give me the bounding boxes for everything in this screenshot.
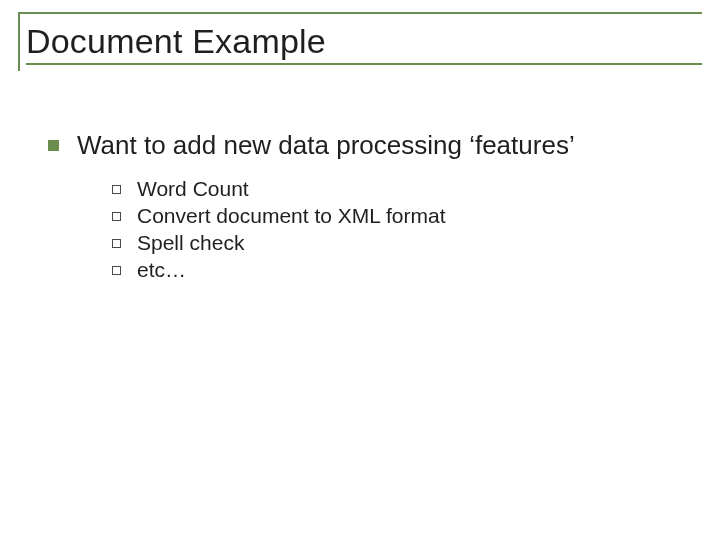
outline-square-bullet-icon (112, 185, 121, 194)
title-frame: Document Example (18, 12, 702, 71)
bullet-level2-text: Spell check (137, 231, 244, 255)
bullet-level1-text: Want to add new data processing ‘feature… (77, 130, 575, 161)
sub-bullet-list: Word Count Convert document to XML forma… (48, 177, 682, 282)
bullet-level2: Word Count (112, 177, 682, 201)
outline-square-bullet-icon (112, 212, 121, 221)
title-underline: Document Example (26, 22, 702, 65)
slide-title: Document Example (26, 22, 702, 61)
bullet-level2-text: Word Count (137, 177, 249, 201)
bullet-level2: Convert document to XML format (112, 204, 682, 228)
bullet-level2: Spell check (112, 231, 682, 255)
outline-square-bullet-icon (112, 266, 121, 275)
bullet-level1: Want to add new data processing ‘feature… (48, 130, 682, 161)
bullet-level2: etc… (112, 258, 682, 282)
slide-container: Document Example Want to add new data pr… (0, 0, 720, 540)
slide-content: Want to add new data processing ‘feature… (18, 75, 702, 282)
bullet-level2-text: etc… (137, 258, 186, 282)
outline-square-bullet-icon (112, 239, 121, 248)
bullet-level2-text: Convert document to XML format (137, 204, 446, 228)
square-bullet-icon (48, 140, 59, 151)
